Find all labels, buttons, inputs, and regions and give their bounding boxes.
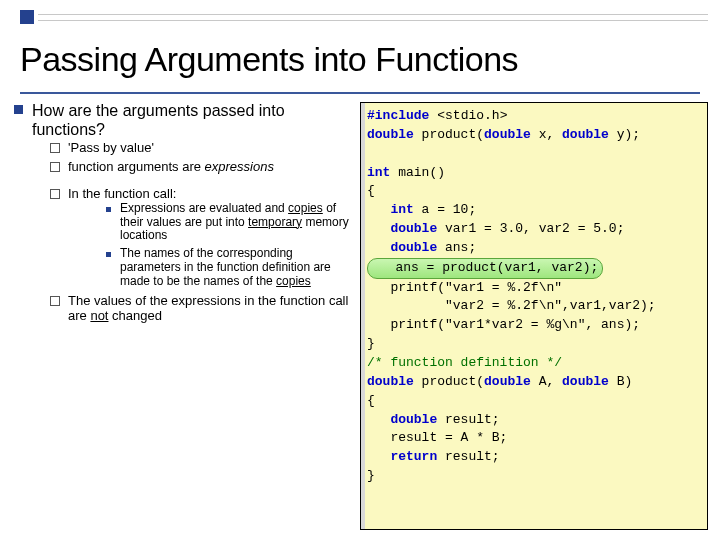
bullet-column: How are the arguments passed into functi… — [14, 102, 354, 530]
code-pane: #include <stdio.h> double product(double… — [360, 102, 708, 530]
code: main() — [390, 165, 445, 180]
text-underline: copies — [276, 274, 311, 288]
code: "var2 = %.2f\n",var1,var2); — [367, 298, 656, 313]
slide-title: Passing Arguments into Functions — [20, 40, 700, 79]
decorative-line — [38, 14, 708, 15]
code-kw: double — [367, 221, 437, 236]
code: <stdio.h> — [429, 108, 507, 123]
code-kw: double — [367, 412, 437, 427]
code-highlight: ans = product(var1, var2); — [367, 258, 603, 279]
code: { — [367, 393, 375, 408]
code: B) — [609, 374, 632, 389]
code: { — [367, 183, 375, 198]
code: y); — [609, 127, 640, 142]
code-kw: double — [484, 374, 531, 389]
decorative-square — [20, 10, 34, 24]
code: printf("var1*var2 = %g\n", ans); — [367, 317, 640, 332]
code: } — [367, 336, 375, 351]
code: printf("var1 = %.2f\n" — [367, 280, 562, 295]
code: a = 10; — [414, 202, 476, 217]
pane-stripe — [361, 103, 365, 529]
main-bullet: How are the arguments passed into functi… — [14, 102, 354, 323]
code: result = A * B; — [367, 430, 507, 445]
code: x, — [531, 127, 562, 142]
text: In the function call: — [68, 186, 176, 201]
decorative-line — [38, 20, 708, 21]
code-kw: double — [367, 374, 414, 389]
code: result; — [437, 449, 499, 464]
sub-bullet: 'Pass by value' — [50, 140, 354, 155]
code-kw: int — [367, 165, 390, 180]
sub-bullet: The values of the expressions in the fun… — [50, 293, 354, 324]
code-kw: double — [484, 127, 531, 142]
code-kw: double — [367, 240, 437, 255]
sub-sub-bullet: Expressions are evaluated and copies of … — [102, 202, 354, 243]
text-emphasis: expressions — [205, 159, 274, 174]
text-underline: copies — [288, 201, 323, 215]
text: Expressions are evaluated and — [120, 201, 288, 215]
title-underline — [20, 92, 700, 94]
code: ans; — [437, 240, 476, 255]
code-kw: int — [367, 202, 414, 217]
code-kw: #include — [367, 108, 429, 123]
text: function arguments are — [68, 159, 205, 174]
code-kw: double — [562, 374, 609, 389]
content-area: How are the arguments passed into functi… — [14, 102, 708, 530]
code: result; — [437, 412, 499, 427]
code: product( — [414, 374, 484, 389]
code: product( — [414, 127, 484, 142]
code-kw: double — [367, 127, 414, 142]
sub-bullet: function arguments are expressions — [50, 159, 354, 174]
code: A, — [531, 374, 562, 389]
code-comment: /* function definition */ — [367, 355, 562, 370]
sub-bullet: In the function call: Expressions are ev… — [50, 186, 354, 288]
text: changed — [108, 308, 162, 323]
text: 'Pass by value' — [68, 140, 154, 155]
text-underline: not — [90, 308, 108, 323]
code: } — [367, 468, 375, 483]
question-text: How are the arguments passed into functi… — [32, 102, 285, 138]
text-underline: temporary — [248, 215, 302, 229]
sub-sub-bullet: The names of the corresponding parameter… — [102, 247, 354, 288]
code: var1 = 3.0, var2 = 5.0; — [437, 221, 624, 236]
code-kw: return — [367, 449, 437, 464]
code-kw: double — [562, 127, 609, 142]
